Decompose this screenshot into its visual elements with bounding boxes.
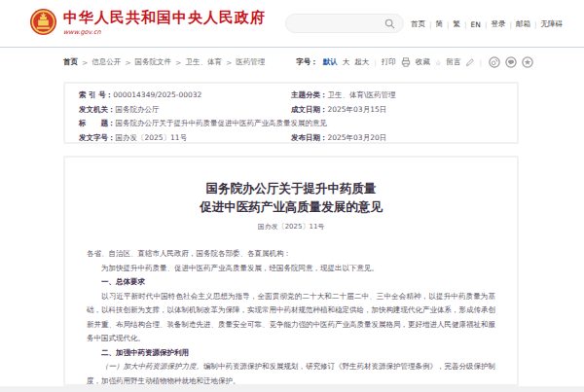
breadcrumb-separator: > bbox=[175, 58, 181, 67]
breadcrumb-toolbar-row: 首页 > 信息公开 > 国务院文件 > 卫生、体育 > 医药管理 字号： 默认 … bbox=[63, 56, 533, 68]
page-toolbar: 字号： 默认 大 超大 | 打印 收藏 ☆ 留言 | bbox=[296, 56, 533, 68]
section2-heading: 二、加强中药资源保护利用 bbox=[87, 346, 495, 361]
meta-index-label: 索 引 号： bbox=[79, 90, 113, 99]
nav-english[interactable]: EN bbox=[471, 20, 481, 29]
document-title-line1: 国务院办公厅关于提升中药质量 bbox=[65, 179, 517, 197]
breadcrumb-pharma-admin[interactable]: 医药管理 bbox=[236, 57, 265, 67]
meta-written-date: 成文日期：2025年03月15日 bbox=[291, 105, 503, 115]
share-icons bbox=[489, 56, 533, 68]
document-title-line2: 促进中医药产业高质量发展的意见 bbox=[65, 197, 517, 216]
site-header: 中华人民共和国中央人民政府 www.gov.cn 首页 | 简 | 繁 | EN… bbox=[0, 0, 584, 47]
item-paragraph: （一）加大中药资源保护力度。编制中药资源保护和发展规划，研究修订《野生药材资源保… bbox=[87, 360, 495, 386]
site-url: www.gov.cn bbox=[63, 28, 266, 36]
national-emblem-icon bbox=[29, 8, 57, 36]
meta-topic-value: 卫生、体育\医药管理 bbox=[328, 90, 396, 99]
viewport-bottom-strip bbox=[0, 386, 584, 392]
meta-issuer: 发文机关：国务院办公厅 bbox=[79, 105, 291, 115]
meta-written-date-label: 成文日期： bbox=[291, 105, 328, 114]
meta-index: 索 引 号：000014349/2025-00032 bbox=[79, 90, 291, 100]
document-meta-card: 索 引 号：000014349/2025-00032 主题分类：卫生、体育\医药… bbox=[63, 82, 519, 144]
nav-mail[interactable]: 邮箱 bbox=[516, 19, 530, 29]
meta-topic-label: 主题分类： bbox=[291, 90, 328, 99]
meta-doc-no: 发文字号：国办发〔2025〕11号 bbox=[79, 133, 291, 143]
meta-title: 标 题：国务院办公厅关于提升中药质量促进中医药产业高质量发展的意见 bbox=[79, 119, 503, 128]
nav-separator: | bbox=[429, 20, 432, 29]
site-name: 中华人民共和国中央人民政府 bbox=[63, 9, 266, 27]
item1-lead: （一）加大中药资源保护力度。 bbox=[101, 362, 203, 371]
nav-separator: | bbox=[447, 20, 450, 29]
breadcrumb: 首页 > 信息公开 > 国务院文件 > 卫生、体育 > 医药管理 bbox=[63, 57, 265, 67]
meta-index-value: 000014349/2025-00032 bbox=[113, 90, 201, 99]
meta-doc-no-value: 国办发〔2025〕11号 bbox=[116, 133, 188, 142]
meta-issuer-label: 发文机关： bbox=[79, 105, 116, 114]
nav-separator: | bbox=[485, 20, 488, 29]
section1-body: 以习近平新时代中国特色社会主义思想为指导，全面贯彻党的二十大和二十届二中、三中全… bbox=[87, 290, 495, 346]
logo-text: 中华人民共和国中央人民政府 www.gov.cn bbox=[63, 9, 266, 36]
breadcrumb-home[interactable]: 首页 bbox=[63, 57, 78, 67]
font-size-xlarge-button[interactable]: 超大 bbox=[354, 57, 369, 67]
breadcrumb-state-council-docs[interactable]: 国务院文件 bbox=[135, 57, 172, 67]
nav-home[interactable]: 首页 bbox=[411, 19, 425, 29]
breadcrumb-info-disclosure[interactable]: 信息公开 bbox=[91, 57, 121, 67]
qzone-share-icon[interactable] bbox=[522, 56, 533, 68]
intro-paragraph: 为加快提升中药质量、促进中医药产业高质量发展，经国务院同意，现提出以下意见。 bbox=[87, 262, 495, 276]
font-size-default-button[interactable]: 默认 bbox=[323, 57, 338, 67]
pencil-icon[interactable] bbox=[465, 58, 474, 67]
favorite-button[interactable]: 收藏 bbox=[416, 57, 430, 67]
toolbar-separator: | bbox=[479, 58, 482, 67]
meta-publish-date: 发布日期：2025年03月20日 bbox=[291, 133, 503, 143]
nav-separator: | bbox=[509, 20, 512, 29]
nav-separator: | bbox=[464, 20, 467, 29]
nav-traditional[interactable]: 繁 bbox=[454, 19, 461, 29]
document-title: 国务院办公厅关于提升中药质量 促进中医药产业高质量发展的意见 bbox=[65, 179, 517, 216]
nav-separator: | bbox=[534, 20, 537, 29]
meta-publish-date-label: 发布日期： bbox=[291, 133, 328, 142]
nav-simplified[interactable]: 简 bbox=[435, 19, 443, 29]
breadcrumb-separator: > bbox=[226, 58, 232, 67]
document-content-card: 国务院办公厅关于提升中药质量 促进中医药产业高质量发展的意见 国办发〔2025〕… bbox=[63, 156, 519, 386]
top-nav: 首页 | 简 | 繁 | EN | 登录 | 邮箱 | 无障碍 bbox=[411, 19, 563, 29]
meta-title-label: 标 题： bbox=[79, 119, 116, 127]
breadcrumb-separator: > bbox=[125, 58, 130, 67]
print-button[interactable]: 打印 bbox=[382, 57, 396, 67]
printer-icon[interactable] bbox=[401, 57, 411, 67]
search-input[interactable] bbox=[285, 14, 404, 33]
meta-topic: 主题分类：卫生、体育\医药管理 bbox=[291, 90, 503, 100]
document-number: 国办发〔2025〕11号 bbox=[65, 222, 517, 232]
meta-issuer-value: 国务院办公厅 bbox=[116, 105, 160, 114]
meta-title-value: 国务院办公厅关于提升中药质量促进中医药产业高质量发展的意见 bbox=[116, 119, 328, 127]
font-size-large-button[interactable]: 大 bbox=[343, 57, 350, 67]
weibo-share-icon[interactable] bbox=[489, 56, 500, 68]
meta-doc-no-label: 发文字号： bbox=[79, 133, 116, 142]
gov-cn-page: 中华人民共和国中央人民政府 www.gov.cn 首页 | 简 | 繁 | EN… bbox=[0, 0, 584, 392]
font-size-label: 字号： bbox=[296, 57, 318, 67]
nav-accessibility[interactable]: 无障碍 bbox=[541, 19, 564, 29]
breadcrumb-health-sports[interactable]: 卫生、体育 bbox=[185, 57, 222, 67]
toolbar-separator: | bbox=[374, 58, 377, 67]
breadcrumb-separator: > bbox=[82, 58, 88, 67]
search-icon bbox=[384, 18, 395, 29]
star-icon[interactable]: ☆ bbox=[435, 58, 442, 67]
wechat-share-icon[interactable] bbox=[505, 56, 517, 68]
nav-login[interactable]: 登录 bbox=[491, 19, 505, 29]
header-divider bbox=[0, 47, 584, 48]
document-body: 各省、自治区、直辖市人民政府，国务院各部委、各直属机构： 为加快提升中药质量、促… bbox=[87, 247, 495, 386]
salutation: 各省、自治区、直辖市人民政府，国务院各部委、各直属机构： bbox=[87, 247, 495, 262]
comment-button[interactable]: 留言 bbox=[446, 57, 460, 67]
site-logo[interactable]: 中华人民共和国中央人民政府 www.gov.cn bbox=[29, 8, 266, 36]
meta-written-date-value: 2025年03月15日 bbox=[328, 105, 387, 114]
meta-publish-date-value: 2025年03月20日 bbox=[328, 133, 387, 142]
section1-heading: 一、总体要求 bbox=[87, 275, 495, 290]
